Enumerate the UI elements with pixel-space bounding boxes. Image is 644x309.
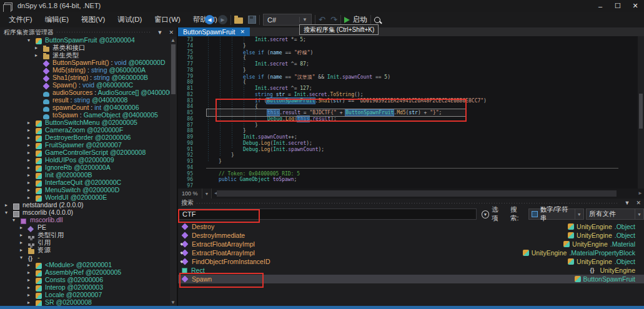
tree-item[interactable]: Spawn() : void @0600000C [0,82,6,89]
options-label[interactable]: 选项 [492,205,504,223]
expand-icon[interactable]: ▸ [27,180,30,185]
tree-item[interactable]: ▸GameControllerScript @02000008 [0,149,6,157]
expand-icon[interactable]: ▸ [27,120,30,125]
navigate-back-button[interactable]: ◄ [205,15,214,24]
search-result-row[interactable]: DestroyUnityEngine.Object [178,222,644,231]
menu-item-4[interactable]: 窗口(W) [148,15,187,24]
expand-icon[interactable]: ▸ [35,45,37,51]
undo-icon[interactable]: ↶ [319,15,325,24]
start-debugging-icon[interactable] [344,17,350,23]
search-result-row[interactable]: DestroyImmediateUnityEngine.Object [178,231,644,240]
code-line[interactable]: 73Init.secret *= 5; [178,37,638,43]
collapse-icon[interactable]: ▾ [27,37,30,43]
expand-icon[interactable]: ▸ [20,247,22,253]
tree-item[interactable]: spawnCount : int @04000006 [0,104,6,112]
tree-item[interactable]: ▸MenuSwitch @0200000D [0,187,6,194]
zoom-level[interactable]: 100 % [178,190,202,197]
code-line[interactable]: 94 [178,165,638,171]
search-result-row[interactable]: ExtractFloatArrayImplUnityEngine.Materia… [178,240,644,248]
tree-item[interactable]: audioSources : AudioSource[] @04000007 [0,89,6,97]
search-result-row[interactable]: ExtractFloatArrayImplUnityEngine.Materia… [178,248,644,257]
code-line[interactable]: 96public GameObject toSpawn; [178,177,638,183]
tree-item[interactable]: ▸FruitSpawner @02000007 [0,142,6,149]
code-line[interactable]: 81Init.secret ^= 127; [178,86,638,92]
search-result-row[interactable]: FindObjectFromInstanceIDUnityEngine.Obje… [178,257,644,266]
start-button-label[interactable]: 启动 [353,15,367,24]
expand-icon[interactable]: ▸ [27,150,30,155]
zoom-dropdown-icon[interactable]: ▼ [202,189,212,199]
code-line[interactable]: 87} [178,122,638,129]
tree-item[interactable]: ▸netstandard (2.0.0.0) [0,202,6,209]
save-all-icon[interactable] [248,16,256,24]
collapse-icon[interactable]: ▾ [20,255,22,260]
code-line[interactable]: 86Debug.Log(this.result); [178,116,638,122]
collapse-icon[interactable]: ▾ [5,210,7,215]
tree-item[interactable]: ▸资源 [0,247,6,254]
code-line[interactable]: 75else if (name == "柠檬") [178,49,638,56]
expand-icon[interactable]: ▸ [27,172,30,178]
panel-menu-icon[interactable]: ▼ [622,200,633,206]
tree-item[interactable]: ButtonSpawnFruit() : void @0600000D [0,59,6,67]
menu-item-1[interactable]: 编辑(E) [39,15,75,24]
menu-item-2[interactable]: 视图(V) [75,15,111,24]
expand-icon[interactable]: ▸ [27,157,30,163]
search-assemblies-icon[interactable] [374,17,380,23]
scrollbar-thumb[interactable] [171,44,176,94]
expand-icon[interactable]: ▸ [27,285,30,290]
tree-item[interactable]: Sha1(string) : string @0600000B [0,74,6,82]
menu-item-0[interactable]: 文件(F) [2,15,39,24]
tree-item[interactable]: ▸类型引用 [0,232,2,239]
code-line[interactable]: 80{ [178,79,638,86]
expand-icon[interactable]: ▸ [27,187,30,193]
options-expander-icon[interactable]: ▼ [482,210,490,218]
expand-icon[interactable]: ▸ [27,195,30,200]
code-line[interactable]: 82string str = Init.secret.ToString(); [178,92,638,98]
panel-menu-icon[interactable]: ▼ [154,29,166,36]
expand-icon[interactable]: ▸ [27,262,30,268]
code-line[interactable]: 77Init.secret ^= 87; [178,61,638,67]
code-line[interactable]: 97 [178,183,638,189]
file-filter-combobox[interactable]: 所有文件 ▼ [586,208,644,220]
menu-item-3[interactable]: 调试(D) [111,15,148,24]
tree-item[interactable]: ▸Init @0200000B [0,172,6,179]
tree-item[interactable]: ▸AssemblyRef @02000005 [0,269,6,277]
scroll-up-icon[interactable]: ▲ [171,37,176,43]
code-line[interactable]: 95// Token: 0x04000005 RID: 5 [178,171,638,177]
tree-item[interactable]: result : string @04000008 [0,97,6,104]
code-line[interactable]: 76{ [178,55,638,61]
tree-item[interactable]: ▸CameraZoom @0200000F [0,127,6,134]
horizontal-scrollbar[interactable]: ◄ ► [212,189,644,199]
expand-icon[interactable]: ▸ [27,277,30,283]
code-line[interactable]: 74} [178,43,638,49]
tree-item[interactable]: ▾{}- [0,254,7,262]
tree-item[interactable]: ▸IgnoreRb @0200000A [0,164,6,172]
code-line[interactable]: 92} [178,152,638,159]
expand-icon[interactable]: ▸ [27,127,30,133]
panel-close-icon[interactable]: ✕ [633,200,644,206]
collapse-icon[interactable]: ▾ [12,217,15,223]
code-editor[interactable]: 73Init.secret *= 5;74}75else if (name ==… [178,36,638,189]
code-line[interactable]: 79else if (name == "汉堡顶" && Init.spawnCo… [178,74,638,80]
code-line[interactable]: 91Debug.Log(Init.spawnCount); [178,147,638,153]
scrollbar-thumb[interactable] [217,190,617,197]
tree-item[interactable]: ▾ButtonSpawnFruit @02000004 [0,37,6,44]
tree-item[interactable]: ▸派生类型 [0,52,6,59]
tree-item[interactable]: ▸引用 [0,239,2,247]
expand-icon[interactable]: ▸ [27,292,30,298]
kind-filter-combobox[interactable]: 数字/字符串 ▼ [528,208,584,220]
code-line[interactable]: 88} [178,128,638,134]
tree-item[interactable]: ▸WorldUI @0200000E [0,194,6,202]
expand-icon[interactable]: ▸ [35,52,37,58]
tree-item[interactable]: ▸基类和接口 [0,44,6,52]
code-line[interactable]: 90Debug.Log(Init.secret); [178,140,638,147]
tree-item[interactable]: ▸<Module> @02000001 [0,262,6,269]
code-line[interactable]: 89Init.spawnCount++; [178,134,638,140]
expand-icon[interactable]: ▸ [20,240,22,245]
tree-item[interactable]: ▸DestroyerBorder @02000006 [0,134,6,142]
minimize-button[interactable]: – [597,2,604,10]
search-result-row[interactable]: SpawnButtonSpawnFruit [178,275,644,283]
scroll-right-icon[interactable]: ► [638,190,643,196]
code-line[interactable]: 78} [178,67,638,74]
redo-icon[interactable]: ↷ [330,15,337,24]
navigate-forward-button[interactable]: ► [218,15,227,24]
